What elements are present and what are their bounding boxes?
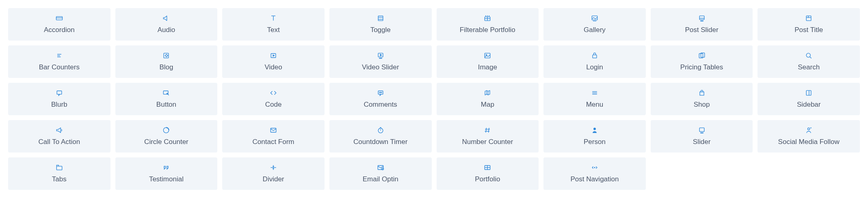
module-label: Social Media Follow [778,138,840,146]
person-icon [590,126,599,135]
button-icon [162,88,171,97]
module-post-title[interactable]: Post Title [758,8,860,41]
module-bar-counters[interactable]: Bar Counters [8,45,110,78]
module-label: Audio [158,26,175,34]
module-sidebar[interactable]: Sidebar [758,83,860,115]
module-label: Filterable Portfolio [460,26,515,34]
module-label: Menu [586,101,604,109]
module-label: Testimonial [149,175,184,183]
module-blurb[interactable]: Blurb [8,83,110,115]
module-grid: AccordionAudioTextToggleFilterable Portf… [8,8,860,190]
module-label: Blurb [51,101,67,109]
module-contact-form[interactable]: Contact Form [222,120,325,153]
image-icon [483,51,492,60]
module-countdown-timer[interactable]: Countdown Timer [329,120,432,153]
module-shop[interactable]: Shop [651,83,753,115]
module-text[interactable]: Text [222,8,325,41]
module-tabs[interactable]: Tabs [8,157,110,190]
blog-icon [162,51,171,60]
post-slider-icon [697,14,706,23]
envelope-icon [269,126,278,135]
module-pricing-tables[interactable]: Pricing Tables [651,45,753,78]
module-slider[interactable]: Slider [651,120,753,153]
module-label: Login [586,63,603,71]
portfolio-icon [483,163,492,172]
module-audio[interactable]: Audio [115,8,218,41]
module-circle-counter[interactable]: Circle Counter [115,120,218,153]
module-blog[interactable]: Blog [115,45,218,78]
module-video[interactable]: Video [222,45,325,78]
toggle-icon [376,14,385,23]
timer-icon [376,126,385,135]
shop-icon [697,88,706,97]
module-label: Countdown Timer [353,138,407,146]
login-icon [590,51,599,60]
divider-icon [269,163,278,172]
video-slider-icon [376,51,385,60]
pricing-icon [697,51,706,60]
module-post-navigation[interactable]: Post Navigation [543,157,646,190]
module-label: Call To Action [38,138,80,146]
module-label: Video [264,63,282,71]
module-code[interactable]: Code [222,83,325,115]
module-label: Number Counter [462,138,513,146]
blurb-icon [55,88,64,97]
module-comments[interactable]: Comments [329,83,432,115]
module-testimonial[interactable]: Testimonial [115,157,218,190]
module-button[interactable]: Button [115,83,218,115]
module-label: Person [584,138,606,146]
search-icon [804,51,813,60]
module-search[interactable]: Search [758,45,860,78]
gallery-icon [590,14,599,23]
module-post-slider[interactable]: Post Slider [651,8,753,41]
module-label: Code [265,101,282,109]
map-icon [483,88,492,97]
module-divider[interactable]: Divider [222,157,325,190]
social-icon [804,126,813,135]
module-email-optin[interactable]: Email Optin [329,157,432,190]
module-label: Map [481,101,494,109]
module-call-to-action[interactable]: Call To Action [8,120,110,153]
module-label: Search [798,63,820,71]
module-label: Sidebar [797,101,821,109]
module-gallery[interactable]: Gallery [543,8,646,41]
comments-icon [376,88,385,97]
module-filterable-portfolio[interactable]: Filterable Portfolio [437,8,539,41]
module-label: Accordion [44,26,75,34]
module-person[interactable]: Person [543,120,646,153]
slider-icon [697,126,706,135]
grid-dots-icon [483,14,492,23]
module-map[interactable]: Map [437,83,539,115]
module-label: Post Slider [685,26,718,34]
audio-icon [162,14,171,23]
module-number-counter[interactable]: Number Counter [437,120,539,153]
module-label: Image [478,63,497,71]
module-toggle[interactable]: Toggle [329,8,432,41]
module-accordion[interactable]: Accordion [8,8,110,41]
megaphone-icon [55,126,64,135]
menu-icon [590,88,599,97]
module-login[interactable]: Login [543,45,646,78]
module-menu[interactable]: Menu [543,83,646,115]
module-label: Circle Counter [144,138,188,146]
module-label: Gallery [584,26,606,34]
code-icon [269,88,278,97]
post-title-icon [804,14,813,23]
accordion-icon [55,14,64,23]
tabs-icon [55,163,64,172]
hash-icon [483,126,492,135]
module-label: Shop [694,101,710,109]
module-social-media-follow[interactable]: Social Media Follow [758,120,860,153]
module-video-slider[interactable]: Video Slider [329,45,432,78]
module-label: Contact Form [253,138,294,146]
module-label: Text [267,26,279,34]
module-label: Tabs [52,175,67,183]
module-label: Email Optin [363,175,398,183]
post-nav-icon [590,163,599,172]
module-portfolio[interactable]: Portfolio [437,157,539,190]
module-image[interactable]: Image [437,45,539,78]
module-label: Post Title [794,26,823,34]
video-icon [269,51,278,60]
module-label: Comments [364,101,397,109]
quote-icon [162,163,171,172]
